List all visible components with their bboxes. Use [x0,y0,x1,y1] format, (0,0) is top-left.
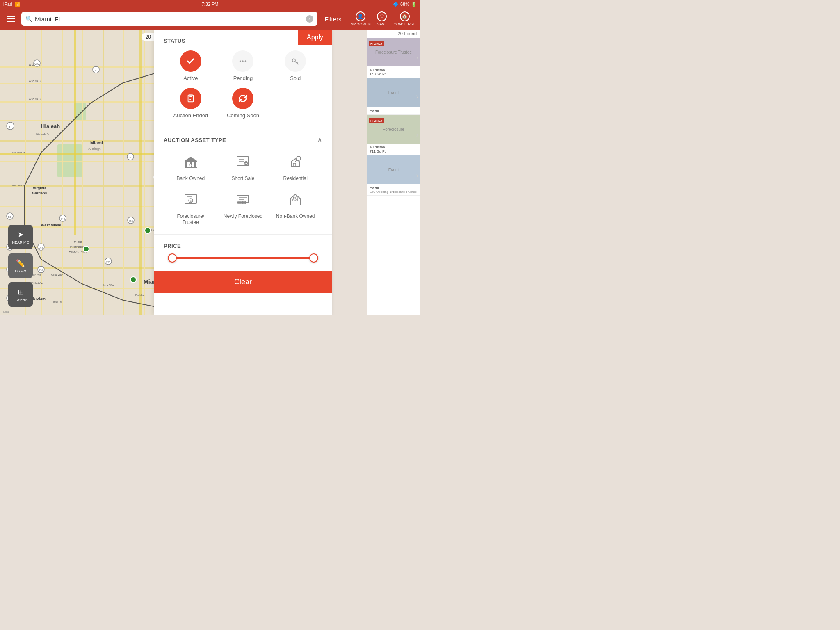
save-button[interactable]: ♡ SAVE [377,11,387,26]
svg-line-134 [297,63,298,64]
top-actions: 👤 MY XOME® ♡ SAVE 🏠 CONCIERGE [351,11,416,26]
result-sqft-1: 140 Sq Ft [370,72,418,76]
status-circle-pending [232,50,253,72]
status-label-coming-soon: Coming Soon [227,112,259,119]
asset-item-foreclosure[interactable]: $ Foreclosure/ Trustee [168,189,214,226]
status-item-pending[interactable]: Pending [220,50,266,81]
svg-text:W 29th St: W 29th St [29,80,41,82]
status-item-sold[interactable]: Sold [272,50,318,81]
search-icon: 🔍 [25,16,32,22]
status-grid: Active Pending [164,50,322,119]
auction-asset-title: AUCTION ASSET TYPE [164,137,226,143]
price-slider-thumb-min[interactable] [168,253,177,262]
my-xome-button[interactable]: 👤 MY XOME® [351,11,371,26]
draw-label: DRAW [15,269,26,273]
status-section-title: STATUS [164,38,185,44]
svg-point-130 [242,60,244,62]
svg-text:NW 46th St: NW 46th St [12,151,25,154]
apply-button[interactable]: Apply [298,30,332,45]
svg-text:948: 948 [61,218,65,220]
asset-item-bank-owned[interactable]: $ Bank Owned [168,151,214,182]
svg-text:NW 36th St: NW 36th St [12,184,25,187]
auction-asset-section: AUCTION ASSET TYPE ∧ $ [154,127,332,235]
clear-button[interactable]: Clear [154,271,332,293]
near-me-button[interactable]: ➤ NEAR ME [8,225,33,249]
concierge-button[interactable]: 🏠 CONCIERGE [393,11,416,26]
asset-label-residential: Residential [283,176,307,182]
result-type-3: e Trustee [370,145,418,149]
battery-icon: 🔋 [411,2,417,7]
result-type-1: e Trustee [370,68,418,72]
hamburger-button[interactable] [4,14,17,24]
layers-button[interactable]: ⊞ LAYERS [8,282,33,307]
asset-label-foreclosure: Foreclosure/ Trustee [177,213,204,226]
result-arrow-2[interactable]: › [416,93,418,100]
hamburger-line [7,18,15,19]
svg-text:959: 959 [39,269,43,272]
bluetooth-icon: 🔷 [393,2,399,7]
status-left: iPad 📶 [3,2,21,7]
result-trustee-4: Foreclosure Trustee [388,190,417,194]
newly-foreclosed-icon [235,191,251,208]
my-xome-label: MY XOME® [351,22,371,26]
asset-item-short-sale[interactable]: Short Sale [220,151,266,182]
search-clear-button[interactable]: × [306,15,313,23]
result-arrow-1[interactable]: › [416,54,418,62]
result-arrow-3[interactable]: › [416,131,418,139]
layers-label: LAYERS [14,298,28,302]
checkmark-icon [186,57,195,66]
svg-text:Miami: Miami [74,240,83,244]
dots-icon [238,57,247,66]
auction-asset-collapse-button[interactable]: ∧ [317,135,322,144]
svg-text:Coral Way: Coral Way [51,274,63,276]
svg-text:Bird Ave: Bird Ave [135,294,145,297]
svg-text:Miami: Miami [90,140,103,145]
svg-text:5th: 5th [8,216,11,218]
asset-item-newly-foreclosed[interactable]: Newly Foreclosed [220,189,266,226]
asset-item-non-bank-owned[interactable]: $ Non-Bank Owned [272,189,318,226]
bank-owned-icon: $ [183,153,199,170]
concierge-label: CONCIERGE [393,22,416,26]
result-badge-3: H ONLY [369,118,384,123]
status-circle-auction-ended [180,88,201,109]
key-icon [291,57,300,66]
draw-button[interactable]: ✏️ DRAW [8,253,33,278]
status-bar: iPad 📶 7:32 PM 🔷 68% 🔋 [0,0,420,8]
hamburger-line [7,21,15,22]
price-slider-track[interactable] [168,257,318,259]
status-item-active[interactable]: Active [168,50,214,81]
status-item-coming-soon[interactable]: Coming Soon [220,88,266,119]
result-card-2[interactable]: Event Event › [367,78,420,115]
search-input[interactable] [35,16,306,23]
draw-icon: ✏️ [16,259,25,268]
price-slider-thumb-max[interactable] [309,253,318,262]
svg-point-132 [292,59,295,62]
result-arrow-4[interactable]: › [416,172,418,179]
status-item-auction-ended[interactable]: Auction Ended [168,88,214,119]
svg-text:Hialeah: Hialeah [41,123,60,129]
svg-rect-23 [144,30,145,315]
svg-text:Legal: Legal [3,310,9,313]
asset-item-residential[interactable]: Residential [272,151,318,182]
asset-label-non-bank-owned: Non-Bank Owned [276,213,315,220]
result-card-3[interactable]: Foreclosure H ONLY e Trustee 711 Sq Ft › [367,115,420,155]
near-me-icon: ➤ [18,230,24,239]
result-card-4[interactable]: Event Event Est. Opening Bid: Foreclosur… [367,155,420,196]
svg-text:836: 836 [129,220,133,222]
results-panel: 20 Found Foreclosure Trustee H ONLY e Tr… [367,30,420,315]
result-card-1[interactable]: Foreclosure Trustee H ONLY e Trustee 140… [367,38,420,78]
filters-button[interactable]: Filters [322,13,345,25]
status-circle-sold [285,50,306,72]
result-card-img-4: Event [367,155,420,184]
svg-text:968: 968 [39,247,43,249]
layers-icon: ⊞ [18,288,24,297]
short-sale-icon-box [232,151,253,172]
status-label-active: Active [183,75,198,81]
status-circle-coming-soon [232,88,253,109]
price-section-title: PRICE [164,243,322,249]
svg-rect-167 [239,202,240,203]
hamburger-line [7,16,15,17]
search-bar: 🔍 × [21,12,317,26]
asset-label-short-sale: Short Sale [231,176,254,182]
foreclosure-icon-box: $ [180,189,201,210]
